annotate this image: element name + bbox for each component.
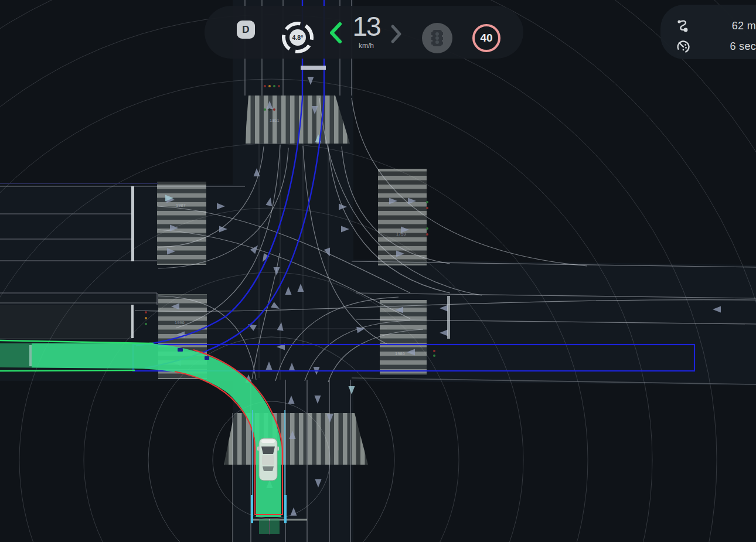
windshield <box>261 446 275 454</box>
crosswalk-label-west-upper: 1987 <box>176 203 186 208</box>
route-eta-value: 6 sec <box>691 40 756 53</box>
av-visualizer-screen: { "hud": { "gear": "D", "steering_angle"… <box>0 0 756 542</box>
speed-unit: km/h <box>344 42 389 50</box>
crosswalk-label-north: 18b1 <box>270 118 280 123</box>
crosswalk-east-upper <box>378 169 427 265</box>
crosswalk-south <box>224 413 368 465</box>
route-info-panel: 62 m 6 sec <box>660 5 756 59</box>
speed-value: 13 <box>344 10 389 43</box>
gear-label: D <box>242 24 249 36</box>
speed-limit-value: 40 <box>480 32 492 45</box>
path-object-marker <box>178 348 183 352</box>
crosswalk-label-east-upper: 1759 <box>396 231 406 237</box>
traffic-light-icon <box>431 29 444 47</box>
destination-stop-bar <box>301 66 326 70</box>
ego-vehicle <box>257 438 279 480</box>
route-eta-row: 6 sec <box>660 39 756 54</box>
route-distance-value: 62 m <box>691 20 756 32</box>
rear-window <box>263 466 274 471</box>
crosswalk-label-west-lower: 1996 <box>175 320 185 325</box>
drive-hud: D 4.8° 13 km/h 40 <box>205 6 523 59</box>
road-surfaces <box>0 0 756 542</box>
turn-signal-left-icon <box>328 21 343 45</box>
steering-angle-value: 4.8° <box>292 34 304 41</box>
route-path-icon <box>676 18 691 33</box>
map-canvas[interactable]: 18b1 1987 1996 1759 1986 <box>0 0 756 542</box>
turn-signal-right-icon <box>390 24 403 44</box>
speed-readout: 13 km/h <box>344 10 389 50</box>
speed-limit-sign: 40 <box>472 24 500 52</box>
steering-wheel-icon: 4.8° <box>281 21 315 54</box>
timer-icon <box>676 39 691 54</box>
crosswalk-label-east-lower: 1986 <box>395 351 405 356</box>
traffic-light-indicator <box>422 23 452 53</box>
gear-indicator: D <box>237 21 255 39</box>
crosswalk-north <box>245 96 350 144</box>
path-object-marker <box>205 356 209 360</box>
crosswalk-west-upper <box>157 182 206 265</box>
route-distance-row: 62 m <box>660 18 756 33</box>
